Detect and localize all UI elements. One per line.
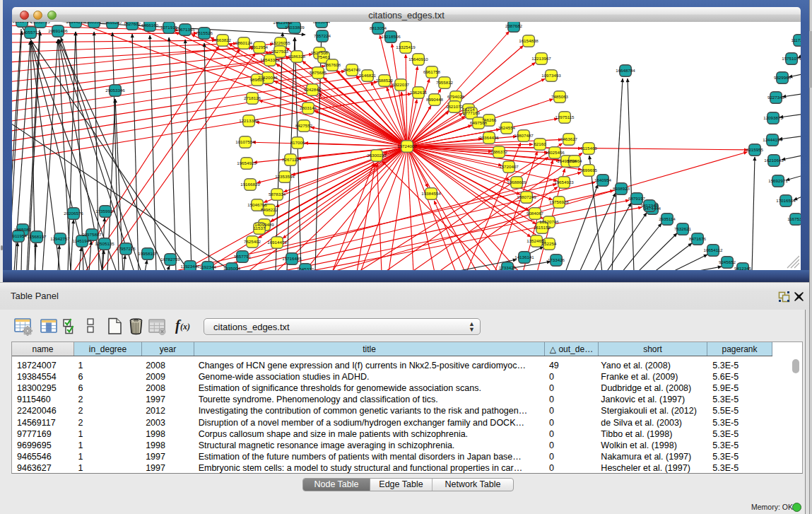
svg-text:9777169: 9777169 — [463, 110, 481, 115]
svg-text:8186328: 8186328 — [288, 54, 306, 59]
svg-text:8215955: 8215955 — [746, 147, 764, 152]
svg-text:1192344: 1192344 — [199, 264, 216, 269]
svg-text:5498222: 5498222 — [261, 207, 278, 212]
svg-text:20691406: 20691406 — [48, 28, 68, 33]
svg-text:12505135: 12505135 — [95, 241, 114, 246]
svg-text:18807249: 18807249 — [517, 194, 536, 199]
svg-text:8990448: 8990448 — [426, 97, 444, 102]
svg-text:7386372: 7386372 — [490, 149, 508, 154]
svg-text:8912954: 8912954 — [251, 45, 269, 49]
svg-text:5875685: 5875685 — [310, 70, 327, 75]
svg-text:12213967: 12213967 — [531, 56, 551, 61]
svg-text:2867608: 2867608 — [324, 62, 341, 67]
svg-text:817006: 817006 — [290, 140, 305, 145]
svg-text:10688609: 10688609 — [507, 180, 526, 185]
svg-text:6497568: 6497568 — [470, 120, 488, 125]
svg-text:12213389: 12213389 — [239, 118, 259, 123]
svg-text:1865081: 1865081 — [14, 227, 32, 232]
svg-text:19654923: 19654923 — [554, 180, 574, 185]
svg-text:20364436: 20364436 — [479, 135, 499, 140]
svg-text:12975115: 12975115 — [555, 115, 575, 119]
svg-text:7515526: 7515526 — [196, 30, 213, 35]
svg-text:15640910: 15640910 — [408, 57, 428, 62]
svg-text:9115460: 9115460 — [580, 146, 597, 151]
svg-text:8938923: 8938923 — [613, 186, 630, 191]
svg-text:2387682: 2387682 — [505, 23, 523, 28]
svg-text:5878334: 5878334 — [269, 192, 286, 197]
svg-text:9463627: 9463627 — [560, 136, 578, 141]
svg-text:20975887: 20975887 — [82, 232, 102, 237]
svg-text:10107554: 10107554 — [235, 139, 255, 144]
svg-text:9242848: 9242848 — [304, 87, 322, 92]
svg-text:75461: 75461 — [317, 54, 330, 59]
svg-text:9412343: 9412343 — [641, 203, 659, 208]
svg-text:16543362: 16543362 — [260, 57, 280, 62]
svg-text:9329966: 9329966 — [774, 75, 792, 80]
svg-text:12093873: 12093873 — [763, 115, 783, 120]
svg-text:8267110: 8267110 — [282, 157, 299, 162]
svg-text:7632621: 7632621 — [674, 226, 692, 231]
svg-text:8471676: 8471676 — [689, 236, 707, 241]
svg-text:1167530: 1167530 — [787, 216, 801, 221]
svg-text:15716485: 15716485 — [282, 256, 302, 261]
svg-text:20553715: 20553715 — [30, 22, 50, 24]
svg-text:9245652: 9245652 — [719, 259, 736, 264]
svg-text:16154838: 16154838 — [519, 38, 539, 43]
svg-text:19654923: 19654923 — [237, 160, 257, 165]
svg-text:17359924: 17359924 — [95, 209, 115, 214]
svg-text:1615152: 1615152 — [534, 225, 551, 230]
svg-text:11537: 11537 — [254, 226, 266, 230]
svg-text:21083337: 21083337 — [84, 22, 104, 24]
svg-text:16210643: 16210643 — [764, 158, 784, 163]
svg-text:8813044: 8813044 — [313, 22, 331, 24]
svg-text:7625402: 7625402 — [244, 239, 261, 244]
svg-text:10671355: 10671355 — [175, 27, 195, 32]
svg-text:19166829: 19166829 — [240, 182, 260, 187]
svg-text:7663822: 7663822 — [214, 37, 232, 42]
svg-text:6879197: 6879197 — [628, 196, 646, 201]
svg-text:19958107: 19958107 — [138, 251, 158, 256]
svg-text:10654112: 10654112 — [703, 247, 723, 252]
svg-text:18055721: 18055721 — [12, 22, 32, 23]
svg-text:9146821: 9146821 — [359, 73, 377, 78]
svg-text:11451944: 11451944 — [72, 238, 92, 243]
svg-text:8427552: 8427552 — [295, 123, 313, 128]
svg-text:989605: 989605 — [250, 77, 265, 82]
svg-text:1117203: 1117203 — [791, 37, 801, 42]
svg-text:10025456: 10025456 — [545, 150, 565, 155]
svg-text:14136141: 14136141 — [514, 255, 534, 259]
svg-text:16782759: 16782759 — [160, 257, 180, 262]
svg-text:11923446: 11923446 — [180, 264, 200, 269]
svg-text:16648784: 16648784 — [616, 68, 635, 73]
svg-text:17957225: 17957225 — [116, 246, 136, 251]
svg-text:6322037: 6322037 — [392, 82, 410, 87]
svg-text:10807487: 10807487 — [514, 133, 534, 138]
svg-text:19724007: 19724007 — [397, 144, 417, 148]
svg-text:10973493: 10973493 — [541, 73, 561, 78]
svg-text:25300233: 25300233 — [367, 153, 387, 158]
svg-text:12444194: 12444194 — [763, 137, 782, 142]
svg-text:62160: 62160 — [534, 141, 546, 146]
svg-text:7955812: 7955812 — [436, 80, 454, 85]
svg-text:3911954: 3911954 — [12, 233, 27, 238]
svg-text:2935114: 2935114 — [659, 216, 676, 221]
svg-text:880464: 880464 — [567, 158, 582, 163]
svg-text:13325419: 13325419 — [396, 45, 416, 49]
svg-text:10944277: 10944277 — [66, 22, 86, 24]
svg-text:15751074: 15751074 — [782, 56, 801, 61]
svg-text:10655287: 10655287 — [102, 22, 122, 25]
svg-text:1621072: 1621072 — [446, 104, 464, 109]
svg-text:12353594: 12353594 — [275, 174, 295, 179]
svg-text:1733426: 1733426 — [548, 257, 565, 262]
svg-text:8813054: 8813054 — [370, 25, 387, 30]
svg-text:9699695: 9699695 — [580, 168, 598, 173]
svg-text:8454749: 8454749 — [343, 67, 361, 72]
svg-text:12942757: 12942757 — [50, 236, 70, 241]
svg-text:15046766: 15046766 — [247, 202, 267, 207]
svg-text:10120746: 10120746 — [539, 219, 559, 224]
svg-text:6794028: 6794028 — [447, 94, 465, 99]
svg-text:13226055: 13226055 — [271, 40, 290, 45]
svg-text:16033809: 16033809 — [285, 25, 305, 30]
svg-text:9657791: 9657791 — [234, 254, 252, 259]
svg-text:14055712: 14055712 — [20, 30, 40, 35]
